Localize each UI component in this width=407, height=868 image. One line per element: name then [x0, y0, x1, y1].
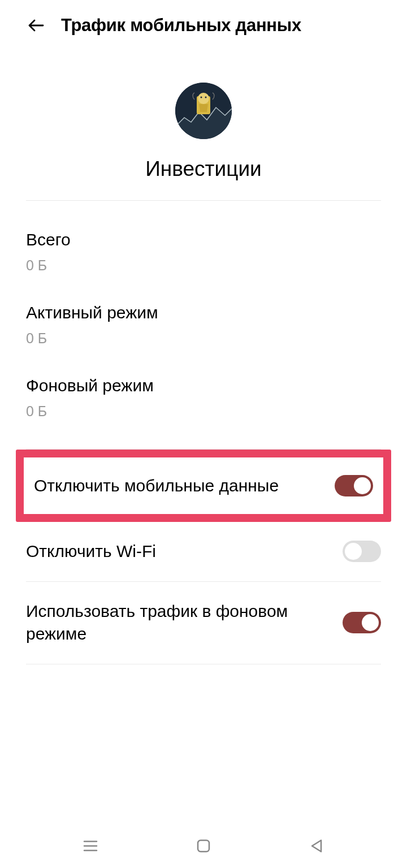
back-button[interactable]	[25, 14, 47, 37]
highlight-annotation: Отключить мобильные данные	[16, 450, 391, 522]
svg-rect-8	[198, 840, 209, 852]
stat-background-value: 0 Б	[26, 403, 381, 420]
app-name: Инвестиции	[145, 157, 262, 181]
toggle-label: Отключить Wi-Fi	[26, 540, 156, 563]
triangle-left-icon	[309, 838, 324, 854]
nav-home-button[interactable]	[192, 835, 215, 857]
toggle-knob	[354, 477, 371, 494]
app-icon	[175, 83, 232, 139]
toggle-switch[interactable]	[343, 612, 381, 633]
nav-back-button[interactable]	[305, 835, 328, 857]
nav-recents-button[interactable]	[79, 835, 102, 857]
svg-point-4	[205, 97, 207, 98]
toggle-disable-mobile-data[interactable]: Отключить мобильные данные	[24, 457, 383, 514]
divider	[26, 664, 381, 664]
menu-icon	[82, 837, 99, 854]
stat-total-label: Всего	[26, 230, 381, 249]
toggle-disable-wifi[interactable]: Отключить Wi-Fi	[0, 522, 407, 581]
toggle-knob	[345, 543, 362, 560]
arrow-left-icon	[26, 15, 46, 36]
stat-background-label: Фоновый режим	[26, 376, 381, 395]
stat-active: Активный режим 0 Б	[26, 303, 381, 347]
stat-background: Фоновый режим 0 Б	[26, 376, 381, 420]
toggle-background-traffic[interactable]: Использовать трафик в фоновом режиме	[0, 582, 407, 664]
navigation-bar	[0, 824, 407, 868]
square-icon	[196, 838, 211, 854]
toggle-switch[interactable]	[335, 475, 373, 496]
svg-point-2	[198, 93, 209, 104]
toggle-knob	[362, 614, 379, 631]
app-info-section: Инвестиции	[0, 51, 407, 200]
page-title: Трафик мобильных данных	[61, 15, 301, 36]
stat-active-value: 0 Б	[26, 330, 381, 347]
toggle-label: Использовать трафик в фоновом режиме	[26, 600, 297, 646]
stat-total: Всего 0 Б	[26, 230, 381, 274]
stat-total-value: 0 Б	[26, 257, 381, 274]
stat-active-label: Активный режим	[26, 303, 381, 322]
toggle-switch[interactable]	[343, 541, 381, 562]
svg-point-3	[201, 97, 202, 98]
toggle-label: Отключить мобильные данные	[34, 474, 279, 498]
investments-app-icon	[175, 83, 232, 139]
stats-section: Всего 0 Б Активный режим 0 Б Фоновый реж…	[0, 201, 407, 420]
